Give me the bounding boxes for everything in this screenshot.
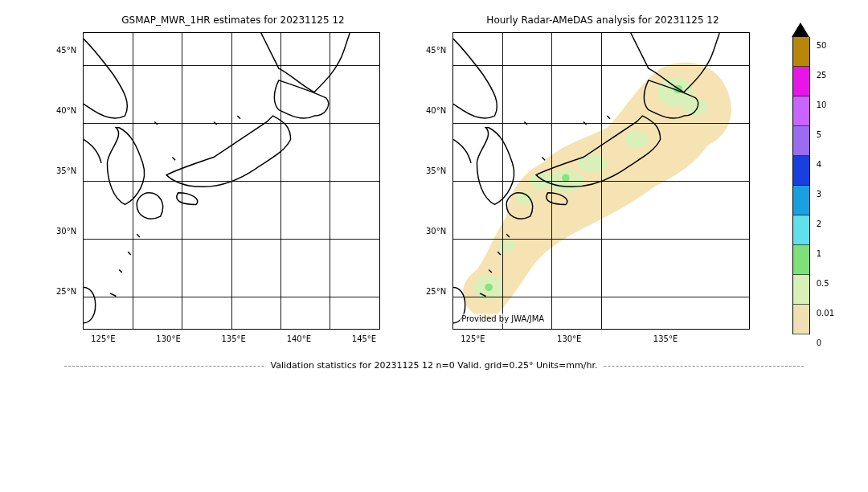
attribution-text: Provided by JWA/JMA	[460, 314, 546, 324]
colorbar-cells	[792, 37, 810, 334]
colorbar: 50 25 10 5 4 3 2 1 0.5 0.01 0	[792, 23, 834, 358]
coastline-japan	[453, 33, 749, 329]
coastline-japan	[84, 33, 379, 329]
radar-title: Hourly Radar-AMeDAS analysis for 2023112…	[442, 14, 764, 26]
radar-plot-area: Provided by JWA/JMA	[452, 32, 750, 330]
gsmap-map-panel: GSMAP_MWR_1HR estimates for 20231125 12 …	[56, 14, 378, 343]
validation-statistics-text: Validation statistics for 20231125 12 n=…	[266, 360, 603, 371]
validation-statistics-line: Validation statistics for 20231125 12 n=…	[0, 360, 868, 371]
radar-lat-axis: 45°N 40°N 35°N 30°N 25°N	[426, 32, 452, 330]
radar-amedas-map-panel: Hourly Radar-AMeDAS analysis for 2023112…	[426, 14, 747, 343]
gsmap-plot-area	[83, 32, 380, 330]
colorbar-over-triangle	[792, 23, 809, 37]
gsmap-title: GSMAP_MWR_1HR estimates for 20231125 12	[72, 14, 394, 26]
colorbar-labels: 50 25 10 5 4 3 2 1 0.5 0.01 0	[817, 23, 834, 358]
gsmap-lat-axis: 45°N 40°N 35°N 30°N 25°N	[56, 32, 83, 330]
radar-lon-axis: 125°E 130°E 135°E	[452, 330, 750, 343]
gsmap-lon-axis: 125°E 130°E 135°E 140°E 145°E	[83, 330, 380, 343]
